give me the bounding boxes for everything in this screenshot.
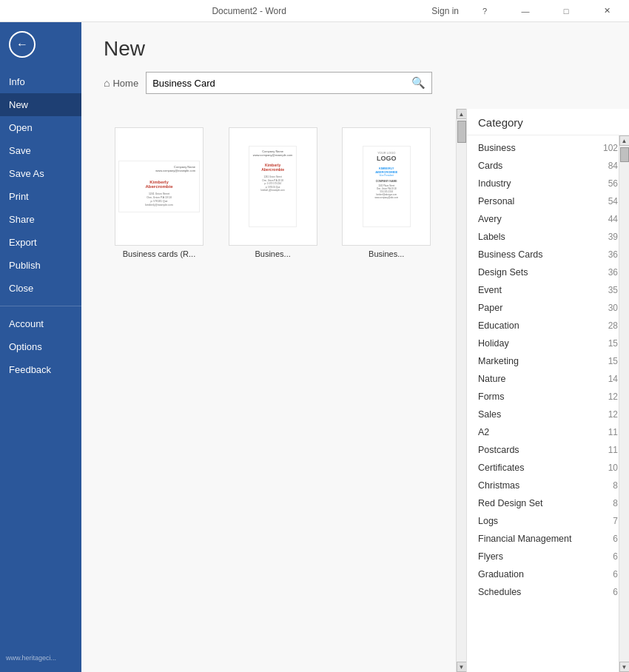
category-label: Education (478, 320, 519, 331)
category-count: 12 (608, 392, 618, 402)
category-item-avery[interactable]: Avery44 (467, 210, 629, 228)
category-count: 28 (608, 320, 618, 331)
category-count: 30 (608, 303, 618, 313)
category-item-nature[interactable]: Nature14 (467, 370, 629, 388)
category-item-design-sets[interactable]: Design Sets36 (467, 263, 629, 281)
sidebar-divider (0, 306, 81, 306)
category-count: 35 (608, 285, 618, 295)
category-item-schedules[interactable]: Schedules6 (467, 583, 629, 601)
template-card-3[interactable]: YOUR LOGO LOGO KIMBERLYABERCROMBIE Vice … (342, 127, 431, 258)
sidebar-item-feedback[interactable]: Feedback (0, 358, 81, 381)
sidebar-item-share[interactable]: Share (0, 208, 81, 231)
category-item-labels[interactable]: Labels39 (467, 228, 629, 246)
search-button[interactable]: 🔍 (406, 73, 431, 93)
category-item-a2[interactable]: A211 (467, 423, 629, 441)
category-item-forms[interactable]: Forms12 (467, 388, 629, 406)
category-label: Logs (478, 516, 498, 526)
scroll-thumb[interactable] (457, 121, 466, 143)
sidebar-item-saveas[interactable]: Save As (0, 162, 81, 185)
category-label: Flyers (478, 551, 503, 562)
title-bar: Document2 - Word Sign in ? — □ ✕ (0, 0, 629, 22)
category-item-holiday[interactable]: Holiday15 (467, 335, 629, 352)
category-item-graduation[interactable]: Graduation6 (467, 565, 629, 583)
category-item-personal[interactable]: Personal54 (467, 192, 629, 210)
home-label: Home (112, 78, 138, 89)
scroll-down-arrow[interactable]: ▼ (457, 662, 467, 672)
cat-scroll-up[interactable]: ▲ (619, 135, 630, 146)
category-count: 10 (608, 463, 618, 473)
category-label: Nature (478, 374, 506, 384)
category-count: 7 (613, 516, 618, 526)
category-item-postcards[interactable]: Postcards11 (467, 441, 629, 459)
category-label: A2 (478, 427, 489, 437)
maximize-button[interactable]: □ (551, 1, 581, 20)
category-count: 56 (608, 178, 618, 189)
app-container: ← Info New Open Save Save As Print Share… (0, 22, 629, 672)
category-item-sales[interactable]: Sales12 (467, 406, 629, 423)
category-count: 102 (603, 143, 618, 153)
category-label: Design Sets (478, 267, 528, 278)
category-item-flyers[interactable]: Flyers6 (467, 548, 629, 565)
category-scrollbar: ▲ ▼ (619, 135, 629, 672)
category-item-business[interactable]: Business102 (467, 139, 629, 157)
template-card-2[interactable]: Company Namewww.company@example.com Kimb… (229, 127, 317, 258)
back-button[interactable]: ← (7, 30, 37, 59)
category-count: 11 (608, 445, 618, 455)
category-item-cards[interactable]: Cards84 (467, 157, 629, 175)
category-item-certificates[interactable]: Certificates10 (467, 459, 629, 477)
category-item-business-cards[interactable]: Business Cards36 (467, 246, 629, 263)
bc-preview-3: YOUR LOGO LOGO KIMBERLYABERCROMBIE Vice … (363, 146, 411, 227)
category-label: Industry (478, 178, 511, 189)
minimize-button[interactable]: — (511, 1, 540, 20)
page-title: New (104, 37, 607, 61)
back-circle-icon: ← (9, 31, 36, 58)
sidebar-item-print[interactable]: Print (0, 185, 81, 208)
search-input[interactable] (147, 74, 406, 93)
sidebar-item-save[interactable]: Save (0, 139, 81, 162)
category-label: Schedules (478, 587, 521, 597)
sidebar-item-info[interactable]: Info (0, 70, 81, 93)
category-list-wrap: Business102Cards84Industry56Personal54Av… (467, 135, 629, 672)
bc-preview-2: Company Namewww.company@example.com Kimb… (249, 146, 297, 227)
category-count: 54 (608, 196, 618, 206)
sidebar-item-close[interactable]: Close (0, 277, 81, 300)
templates-section: Company Namewww.company@example.com Kimb… (104, 109, 466, 672)
help-button[interactable]: ? (470, 1, 500, 20)
sidebar-item-options[interactable]: Options (0, 335, 81, 358)
sidebar-item-account[interactable]: Account (0, 312, 81, 335)
sidebar-item-open[interactable]: Open (0, 116, 81, 139)
category-item-financial-management[interactable]: Financial Management6 (467, 530, 629, 548)
sidebar-item-new[interactable]: New (0, 93, 81, 116)
cat-scroll-down[interactable]: ▼ (619, 662, 630, 672)
close-button[interactable]: ✕ (592, 1, 622, 20)
templates-scrollbar: ▲ ▼ (456, 109, 466, 672)
category-count: 44 (608, 214, 618, 224)
category-count: 36 (608, 267, 618, 278)
home-link[interactable]: ⌂ Home (104, 77, 138, 89)
category-item-paper[interactable]: Paper30 (467, 299, 629, 317)
category-item-christmas[interactable]: Christmas8 (467, 477, 629, 494)
category-count: 15 (608, 356, 618, 366)
category-item-education[interactable]: Education28 (467, 317, 629, 335)
content-area: Company Namewww.company@example.com Kimb… (81, 109, 629, 672)
scroll-up-arrow[interactable]: ▲ (457, 109, 467, 119)
category-label: Forms (478, 392, 504, 402)
category-count: 15 (608, 338, 618, 349)
template-card-1[interactable]: Company Namewww.company@example.com Kimb… (115, 127, 204, 258)
sidebar-item-export[interactable]: Export (0, 231, 81, 254)
sidebar-url: www.heritageci... (0, 651, 81, 665)
category-item-red-design-set[interactable]: Red Design Set8 (467, 494, 629, 512)
category-item-event[interactable]: Event35 (467, 281, 629, 299)
home-icon: ⌂ (104, 77, 110, 89)
sign-in-link[interactable]: Sign in (431, 6, 459, 16)
category-item-marketing[interactable]: Marketing15 (467, 352, 629, 370)
cat-scroll-thumb[interactable] (620, 147, 629, 162)
category-item-logs[interactable]: Logs7 (467, 512, 629, 530)
category-item-industry[interactable]: Industry56 (467, 175, 629, 192)
category-count: 11 (608, 427, 618, 437)
category-label: Avery (478, 214, 502, 224)
sidebar-item-publish[interactable]: Publish (0, 254, 81, 277)
category-count: 39 (608, 232, 618, 242)
template-thumb-3: YOUR LOGO LOGO KIMBERLYABERCROMBIE Vice … (342, 127, 431, 246)
category-count: 36 (608, 249, 618, 260)
